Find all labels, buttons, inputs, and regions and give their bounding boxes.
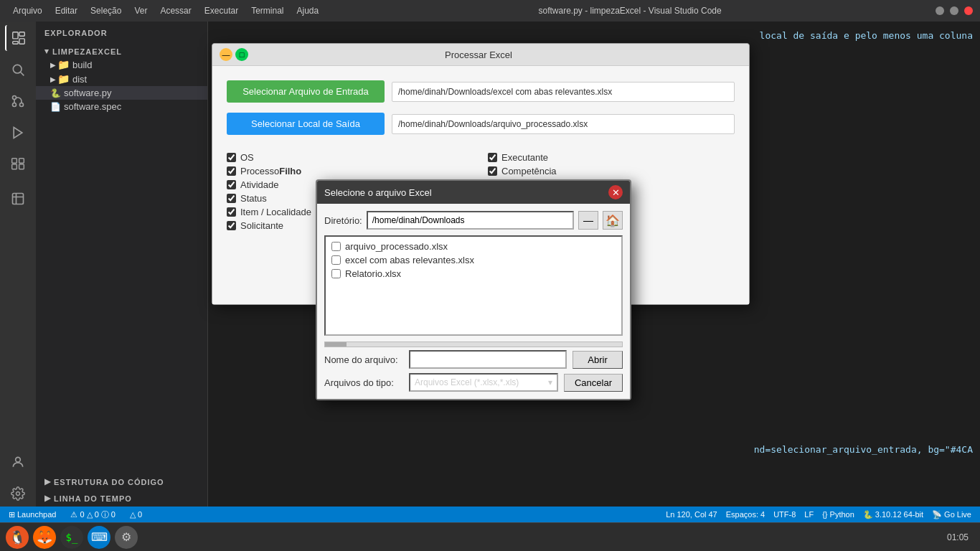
menu-ajuda[interactable]: Ajuda bbox=[291, 4, 325, 17]
taskbar-settings[interactable]: ⚙ bbox=[115, 526, 138, 549]
checkbox-os-input[interactable] bbox=[227, 153, 236, 162]
sidebar-icon-search[interactable] bbox=[5, 57, 31, 83]
file-list-box[interactable]: arquivo_processado.xlsx excel com abas r… bbox=[324, 235, 623, 336]
launchpad-icon: ⊞ bbox=[9, 510, 15, 519]
checkbox-competencia: Competência bbox=[488, 166, 735, 176]
processar-titlebar: — □ Processar Excel bbox=[212, 44, 749, 66]
svg-point-6 bbox=[13, 96, 17, 100]
curly-icon: {} bbox=[822, 510, 827, 519]
checkbox-os: OS bbox=[227, 152, 473, 163]
file-software-spec[interactable]: 📄 software.spec bbox=[36, 100, 207, 113]
menu-arquivo[interactable]: Arquivo bbox=[7, 4, 48, 17]
checkbox-status-label: Status bbox=[240, 193, 267, 204]
restore-button[interactable]: □ bbox=[950, 6, 958, 15]
folder-build-icon: 📁 bbox=[57, 59, 70, 70]
entrada-row: Selecionar Arquivo de Entrada bbox=[227, 80, 735, 103]
dir-home-btn[interactable]: 🏠 bbox=[603, 211, 623, 230]
svg-point-7 bbox=[20, 103, 24, 107]
lang-text: Python bbox=[830, 510, 854, 519]
file-item-relatorio[interactable]: Relatorio.xlsx bbox=[329, 267, 618, 281]
menu-selecao[interactable]: Seleção bbox=[85, 4, 127, 17]
taskbar-terminal[interactable]: $_ bbox=[60, 526, 83, 549]
horizontal-scrollbar[interactable] bbox=[324, 342, 623, 347]
dir-up-btn[interactable]: — bbox=[578, 211, 598, 230]
sidebar-icon-testing[interactable] bbox=[5, 186, 31, 212]
sidebar-icon-extensions[interactable] bbox=[5, 151, 31, 177]
checkbox-processofilho-input[interactable] bbox=[227, 166, 236, 176]
file-checkbox-1[interactable] bbox=[331, 242, 341, 251]
code-structure-label: ESTRUTURA DO CÓDIGO bbox=[54, 478, 164, 486]
filetype-label: Arquivos do tipo: bbox=[324, 377, 403, 388]
sidebar-icon-explorer[interactable] bbox=[5, 25, 31, 51]
checkbox-status-input[interactable] bbox=[227, 194, 236, 203]
filetype-select[interactable]: Arquivos Excel (*.xlsx,*.xls) ▾ bbox=[409, 373, 558, 392]
status-spaces[interactable]: Espaços: 4 bbox=[723, 510, 768, 519]
checkbox-competencia-input[interactable] bbox=[488, 166, 497, 176]
dir-input[interactable] bbox=[367, 211, 574, 230]
taskbar-vscode[interactable]: ⌨ bbox=[88, 526, 110, 549]
launchpad-label: Launchpad bbox=[17, 510, 56, 519]
taskbar: 🐧 🦊 $_ ⌨ ⚙ 01:05 bbox=[0, 522, 980, 551]
menu-terminal[interactable]: Terminal bbox=[245, 4, 289, 17]
close-button[interactable]: ✕ bbox=[964, 6, 973, 15]
checkbox-atividade-input[interactable] bbox=[227, 180, 236, 189]
taskbar-ubuntu[interactable]: 🐧 bbox=[6, 526, 29, 549]
titlebar: Arquivo Editar Seleção Ver Acessar Execu… bbox=[0, 0, 980, 22]
processar-minimize-btn[interactable]: — bbox=[220, 48, 232, 61]
file-checkbox-3[interactable] bbox=[331, 269, 341, 278]
filename-input[interactable] bbox=[409, 350, 567, 369]
folder-build[interactable]: ▶ 📁 build bbox=[36, 57, 207, 72]
sidebar-icon-accounts[interactable] bbox=[5, 449, 31, 475]
status-ln-col[interactable]: Ln 120, Col 47 bbox=[663, 510, 720, 519]
status-golive[interactable]: 📡 Go Live bbox=[929, 510, 974, 519]
btn-selecionar-saida[interactable]: Selecionar Local de Saída bbox=[227, 113, 385, 135]
file-checkbox-2[interactable] bbox=[331, 255, 341, 265]
input-path-entrada[interactable] bbox=[392, 82, 735, 102]
file-dialog-close-btn[interactable]: ✕ bbox=[608, 185, 623, 199]
code-line-2: nd=selecionar_arquivo_entrada, bg="#4CA bbox=[754, 443, 973, 457]
file-item-excel-abas[interactable]: excel com abas relevantes.xlsx bbox=[329, 253, 618, 267]
folder-dist[interactable]: ▶ 📁 dist bbox=[36, 72, 207, 86]
taskbar-firefox[interactable]: 🦊 bbox=[33, 526, 56, 549]
svg-rect-11 bbox=[12, 164, 17, 169]
menu-editar[interactable]: Editar bbox=[50, 4, 83, 17]
status-warnings[interactable]: △ 0 bbox=[127, 510, 145, 519]
btn-selecionar-entrada[interactable]: Selecionar Arquivo de Entrada bbox=[227, 80, 385, 103]
checkbox-solicitante-input[interactable] bbox=[227, 221, 236, 230]
firefox-icon: 🦊 bbox=[37, 529, 52, 545]
sidebar-icon-run[interactable] bbox=[5, 120, 31, 146]
open-button[interactable]: Abrir bbox=[573, 351, 623, 369]
svg-point-8 bbox=[13, 103, 17, 107]
menu-acessar[interactable]: Acessar bbox=[154, 4, 197, 17]
status-eol[interactable]: LF bbox=[801, 510, 816, 519]
root-folder[interactable]: ▾ LIMPEZAEXCEL bbox=[36, 42, 207, 57]
code-structure-section[interactable]: ▶ ESTRUTURA DO CÓDIGO bbox=[36, 474, 207, 490]
svg-point-16 bbox=[17, 492, 20, 496]
sidebar-icon-source-control[interactable] bbox=[5, 88, 31, 114]
checkbox-executante-input[interactable] bbox=[488, 153, 497, 162]
svg-rect-14 bbox=[19, 159, 24, 164]
svg-point-15 bbox=[16, 457, 21, 462]
terminal-icon: $_ bbox=[66, 532, 78, 543]
minimize-button[interactable]: — bbox=[936, 6, 944, 15]
status-python-version[interactable]: 🐍 3.10.12 64-bit bbox=[860, 510, 926, 519]
sidebar-icon-settings[interactable] bbox=[5, 481, 31, 507]
window-title: software.py - limpezaExcel - Visual Stud… bbox=[324, 6, 936, 16]
checkbox-item-localidade-input[interactable] bbox=[227, 207, 236, 217]
status-lang[interactable]: {} Python bbox=[819, 510, 857, 519]
status-errors[interactable]: ⚠ 0 △ 0 ⓘ 0 bbox=[67, 509, 118, 520]
file-item-arquivo-processado[interactable]: arquivo_processado.xlsx bbox=[329, 240, 618, 253]
menu-ver[interactable]: Ver bbox=[128, 4, 153, 17]
menu-executar[interactable]: Executar bbox=[199, 4, 244, 17]
status-launchpad[interactable]: ⊞ Launchpad bbox=[6, 510, 59, 519]
timeline-section[interactable]: ▶ LINHA DO TEMPO bbox=[36, 490, 207, 507]
bottom-sections: ▶ ESTRUTURA DO CÓDIGO ▶ LINHA DO TEMPO bbox=[36, 474, 207, 507]
input-path-saida[interactable] bbox=[392, 114, 735, 134]
status-encoding[interactable]: UTF-8 bbox=[771, 510, 798, 519]
cancel-button[interactable]: Cancelar bbox=[564, 374, 623, 392]
processar-restore-btn[interactable]: □ bbox=[235, 48, 248, 61]
svg-marker-10 bbox=[14, 128, 22, 138]
file-software-py[interactable]: 🐍 software.py bbox=[36, 86, 207, 100]
menu-bar: Arquivo Editar Seleção Ver Acessar Execu… bbox=[7, 4, 324, 17]
file-dialog-body: Diretório: — 🏠 arquivo_processado.xlsx e… bbox=[317, 204, 630, 399]
